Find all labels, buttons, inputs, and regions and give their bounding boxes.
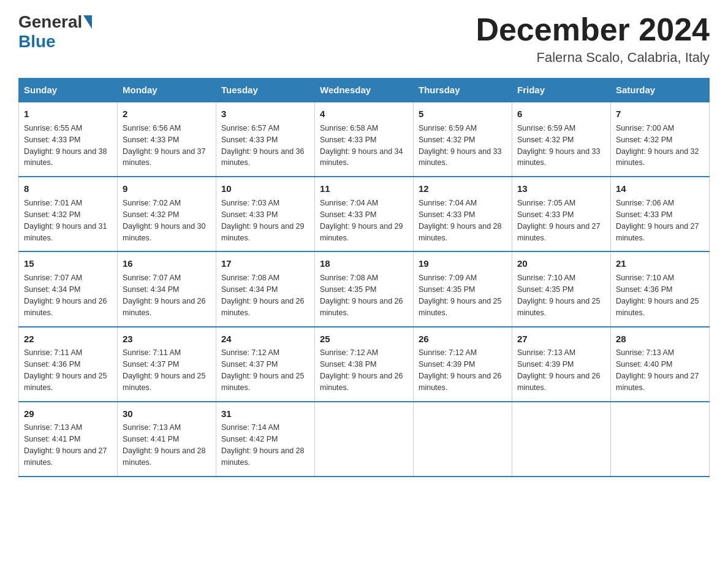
table-row: 25 Sunrise: 7:12 AMSunset: 4:38 PMDaylig… xyxy=(315,327,414,402)
day-info: Sunrise: 7:01 AMSunset: 4:32 PMDaylight:… xyxy=(24,199,107,242)
day-info: Sunrise: 6:57 AMSunset: 4:33 PMDaylight:… xyxy=(221,124,305,167)
day-number: 23 xyxy=(123,332,211,346)
day-number: 6 xyxy=(517,107,605,121)
day-info: Sunrise: 7:11 AMSunset: 4:37 PMDaylight:… xyxy=(123,348,206,392)
location-title: Falerna Scalo, Calabria, Italy xyxy=(476,50,710,66)
day-info: Sunrise: 7:04 AMSunset: 4:33 PMDaylight:… xyxy=(419,199,502,242)
logo-general-text: General xyxy=(18,12,82,32)
day-number: 15 xyxy=(24,257,112,270)
day-number: 25 xyxy=(320,332,408,346)
day-info: Sunrise: 7:12 AMSunset: 4:37 PMDaylight:… xyxy=(221,348,305,392)
day-info: Sunrise: 7:12 AMSunset: 4:39 PMDaylight:… xyxy=(419,348,502,392)
table-row: 11 Sunrise: 7:04 AMSunset: 4:33 PMDaylig… xyxy=(315,177,414,251)
week-row-4: 22 Sunrise: 7:11 AMSunset: 4:36 PMDaylig… xyxy=(19,327,710,402)
day-number: 3 xyxy=(221,107,309,121)
table-row: 19 Sunrise: 7:09 AMSunset: 4:35 PMDaylig… xyxy=(414,251,512,326)
col-friday: Friday xyxy=(512,79,611,102)
week-row-5: 29 Sunrise: 7:13 AMSunset: 4:41 PMDaylig… xyxy=(19,402,710,477)
day-number: 21 xyxy=(616,257,704,270)
day-number: 17 xyxy=(221,257,309,270)
day-number: 28 xyxy=(616,332,704,346)
day-info: Sunrise: 7:00 AMSunset: 4:32 PMDaylight:… xyxy=(616,124,699,167)
table-row: 16 Sunrise: 7:07 AMSunset: 4:34 PMDaylig… xyxy=(118,251,216,326)
week-row-1: 1 Sunrise: 6:55 AMSunset: 4:33 PMDayligh… xyxy=(19,102,710,177)
day-number: 31 xyxy=(221,407,309,421)
table-row: 28 Sunrise: 7:13 AMSunset: 4:40 PMDaylig… xyxy=(611,327,710,402)
day-number: 5 xyxy=(419,107,507,121)
day-info: Sunrise: 6:58 AMSunset: 4:33 PMDaylight:… xyxy=(320,124,403,167)
col-monday: Monday xyxy=(118,79,216,102)
table-row: 14 Sunrise: 7:06 AMSunset: 4:33 PMDaylig… xyxy=(611,177,710,251)
col-saturday: Saturday xyxy=(611,79,710,102)
week-row-2: 8 Sunrise: 7:01 AMSunset: 4:32 PMDayligh… xyxy=(19,177,710,251)
table-row: 12 Sunrise: 7:04 AMSunset: 4:33 PMDaylig… xyxy=(414,177,512,251)
day-number: 16 xyxy=(123,257,211,270)
day-number: 10 xyxy=(221,182,309,196)
day-number: 26 xyxy=(419,332,507,346)
day-number: 20 xyxy=(517,257,605,270)
table-row xyxy=(315,402,414,477)
day-number: 4 xyxy=(320,107,408,121)
day-info: Sunrise: 7:07 AMSunset: 4:34 PMDaylight:… xyxy=(123,274,206,317)
table-row: 15 Sunrise: 7:07 AMSunset: 4:34 PMDaylig… xyxy=(19,251,118,326)
logo-blue-text: Blue xyxy=(18,32,56,51)
day-number: 13 xyxy=(517,182,605,196)
day-number: 29 xyxy=(24,407,112,421)
day-info: Sunrise: 7:07 AMSunset: 4:34 PMDaylight:… xyxy=(24,274,107,317)
table-row: 24 Sunrise: 7:12 AMSunset: 4:37 PMDaylig… xyxy=(216,327,315,402)
day-info: Sunrise: 7:05 AMSunset: 4:33 PMDaylight:… xyxy=(517,199,601,242)
table-row: 20 Sunrise: 7:10 AMSunset: 4:35 PMDaylig… xyxy=(512,251,611,326)
logo-arrow-icon xyxy=(83,15,92,29)
col-sunday: Sunday xyxy=(19,79,118,102)
month-title: December 2024 xyxy=(476,12,710,47)
table-row: 21 Sunrise: 7:10 AMSunset: 4:36 PMDaylig… xyxy=(611,251,710,326)
day-number: 30 xyxy=(123,407,211,421)
day-info: Sunrise: 7:08 AMSunset: 4:35 PMDaylight:… xyxy=(320,274,403,317)
col-wednesday: Wednesday xyxy=(315,79,414,102)
col-tuesday: Tuesday xyxy=(216,79,315,102)
day-info: Sunrise: 7:14 AMSunset: 4:42 PMDaylight:… xyxy=(221,423,305,467)
day-number: 24 xyxy=(221,332,309,346)
page-header: General Blue December 2024 Falerna Scalo… xyxy=(18,12,710,66)
table-row: 6 Sunrise: 6:59 AMSunset: 4:32 PMDayligh… xyxy=(512,102,611,177)
logo: General Blue xyxy=(18,12,93,52)
day-info: Sunrise: 7:10 AMSunset: 4:35 PMDaylight:… xyxy=(517,274,601,317)
day-number: 8 xyxy=(24,182,112,196)
day-number: 12 xyxy=(419,182,507,196)
table-row: 17 Sunrise: 7:08 AMSunset: 4:34 PMDaylig… xyxy=(216,251,315,326)
col-thursday: Thursday xyxy=(414,79,512,102)
day-info: Sunrise: 7:13 AMSunset: 4:39 PMDaylight:… xyxy=(517,348,601,392)
table-row: 2 Sunrise: 6:56 AMSunset: 4:33 PMDayligh… xyxy=(118,102,216,177)
calendar-header-row: Sunday Monday Tuesday Wednesday Thursday… xyxy=(19,79,710,102)
day-number: 19 xyxy=(419,257,507,270)
day-info: Sunrise: 7:10 AMSunset: 4:36 PMDaylight:… xyxy=(616,274,699,317)
table-row: 23 Sunrise: 7:11 AMSunset: 4:37 PMDaylig… xyxy=(118,327,216,402)
table-row: 3 Sunrise: 6:57 AMSunset: 4:33 PMDayligh… xyxy=(216,102,315,177)
day-info: Sunrise: 7:13 AMSunset: 4:40 PMDaylight:… xyxy=(616,348,699,392)
day-number: 27 xyxy=(517,332,605,346)
day-info: Sunrise: 7:13 AMSunset: 4:41 PMDaylight:… xyxy=(123,423,206,467)
day-number: 1 xyxy=(24,107,112,121)
day-number: 18 xyxy=(320,257,408,270)
day-info: Sunrise: 7:08 AMSunset: 4:34 PMDaylight:… xyxy=(221,274,305,317)
table-row xyxy=(611,402,710,477)
day-info: Sunrise: 7:09 AMSunset: 4:35 PMDaylight:… xyxy=(419,274,502,317)
table-row: 31 Sunrise: 7:14 AMSunset: 4:42 PMDaylig… xyxy=(216,402,315,477)
week-row-3: 15 Sunrise: 7:07 AMSunset: 4:34 PMDaylig… xyxy=(19,251,710,326)
table-row xyxy=(414,402,512,477)
day-number: 14 xyxy=(616,182,704,196)
table-row: 29 Sunrise: 7:13 AMSunset: 4:41 PMDaylig… xyxy=(19,402,118,477)
day-info: Sunrise: 7:06 AMSunset: 4:33 PMDaylight:… xyxy=(616,199,699,242)
table-row: 13 Sunrise: 7:05 AMSunset: 4:33 PMDaylig… xyxy=(512,177,611,251)
day-number: 7 xyxy=(616,107,704,121)
day-info: Sunrise: 7:02 AMSunset: 4:32 PMDaylight:… xyxy=(123,199,206,242)
table-row: 30 Sunrise: 7:13 AMSunset: 4:41 PMDaylig… xyxy=(118,402,216,477)
day-info: Sunrise: 7:11 AMSunset: 4:36 PMDaylight:… xyxy=(24,348,107,392)
table-row: 27 Sunrise: 7:13 AMSunset: 4:39 PMDaylig… xyxy=(512,327,611,402)
table-row: 8 Sunrise: 7:01 AMSunset: 4:32 PMDayligh… xyxy=(19,177,118,251)
day-info: Sunrise: 7:04 AMSunset: 4:33 PMDaylight:… xyxy=(320,199,403,242)
day-number: 9 xyxy=(123,182,211,196)
table-row: 18 Sunrise: 7:08 AMSunset: 4:35 PMDaylig… xyxy=(315,251,414,326)
day-info: Sunrise: 7:12 AMSunset: 4:38 PMDaylight:… xyxy=(320,348,403,392)
calendar-table: Sunday Monday Tuesday Wednesday Thursday… xyxy=(18,78,710,477)
